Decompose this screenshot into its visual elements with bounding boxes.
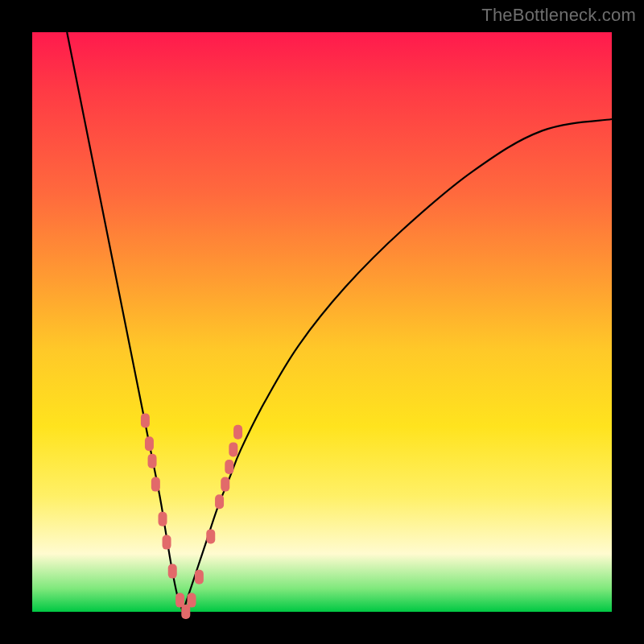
data-marker [215, 494, 224, 509]
data-marker [168, 564, 177, 579]
data-marker [225, 460, 233, 474]
data-marker [221, 477, 229, 492]
data-marker [206, 529, 215, 543]
curve-right-branch [183, 119, 612, 612]
data-marker [195, 570, 204, 584]
data-marker [141, 413, 150, 427]
chart-frame: TheBottleneck.com [0, 0, 644, 644]
data-marker [188, 593, 196, 608]
data-marker [229, 442, 237, 456]
data-marker [163, 535, 171, 550]
chart-svg [32, 32, 612, 612]
watermark-text: TheBottleneck.com [481, 5, 636, 26]
data-marker [233, 425, 242, 440]
data-marker [151, 477, 160, 492]
data-marker [159, 512, 167, 526]
data-marker [145, 436, 154, 451]
data-marker [148, 454, 157, 469]
